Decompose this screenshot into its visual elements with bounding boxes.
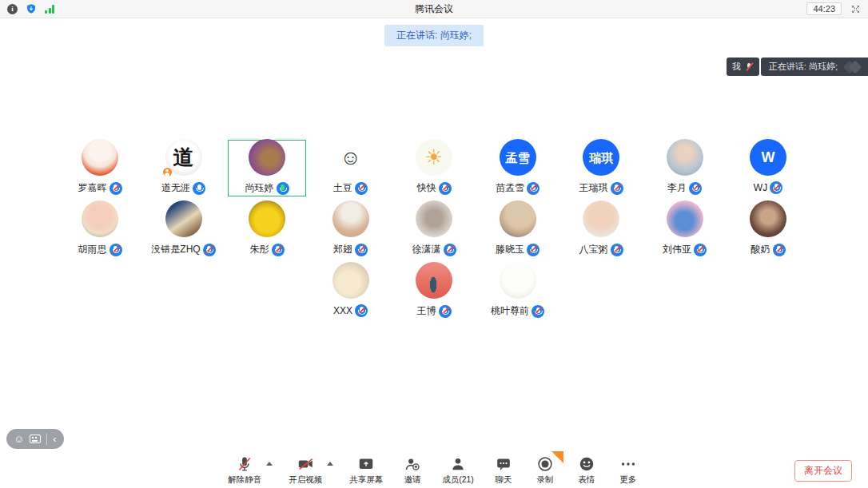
participant-name: 朱彤 — [250, 243, 269, 256]
participant-cell[interactable]: 桃叶尊前 — [476, 260, 559, 322]
chat-toolbar-icon — [495, 455, 512, 473]
participant-name: 桃叶尊前 — [491, 304, 529, 318]
leave-meeting-button[interactable]: 离开会议 — [794, 460, 852, 482]
mic-status-icon — [773, 244, 786, 256]
participant-row: XXX 王博 — [0, 260, 868, 322]
avatar-text: ☺ — [340, 147, 361, 168]
participant-cell[interactable]: 滕晓玉 — [476, 199, 559, 260]
fullscreen-icon[interactable] — [850, 4, 861, 14]
meeting-window: 腾讯会议 i 44:23 正在讲话: 尚珏婷; 我 — [0, 0, 868, 488]
reactions-button[interactable]: 表情 — [575, 455, 599, 486]
participant-name: 李月 — [667, 181, 687, 195]
mic-status-icon — [611, 244, 623, 256]
mic-status-icon — [532, 305, 544, 318]
participant-cell[interactable]: 刘伟亚 — [643, 199, 727, 260]
speaker-overlay: 我 正在讲话: 尚珏婷; — [727, 58, 868, 76]
share-screen-toolbar-icon — [357, 455, 375, 473]
share-screen-button[interactable]: 共享屏幕 — [349, 455, 383, 486]
host-badge-icon — [163, 168, 172, 177]
participant-cell[interactable]: 徐潇潇 — [392, 199, 476, 260]
mic-status-icon — [439, 305, 452, 318]
participant-cell[interactable]: ☀ 快快 — [392, 137, 476, 199]
participant-name: 八宝粥 — [579, 243, 608, 256]
participant-cell[interactable]: 八宝粥 — [559, 199, 643, 260]
participant-cell[interactable]: 李月 — [643, 137, 727, 199]
video-options-chevron[interactable] — [327, 462, 333, 466]
participant-name: 罗嘉晖 — [78, 181, 107, 195]
participant-cell[interactable]: ☺ 土豆 — [309, 137, 392, 199]
mic-status-icon — [527, 244, 540, 256]
participant-grid: 罗嘉晖 道 道无涯 — [0, 137, 868, 322]
participant-avatar — [332, 262, 369, 299]
overlay-me-label: 我 — [732, 61, 741, 73]
mic-status-icon — [203, 244, 216, 256]
mic-status-icon — [444, 244, 456, 256]
participant-avatar — [416, 262, 452, 299]
participant-cell[interactable]: 罗嘉晖 — [58, 137, 142, 199]
tool-label: 共享屏幕 — [349, 474, 383, 486]
emoji-icon[interactable]: ☺ — [14, 434, 24, 444]
participant-cell[interactable]: 郑翅 — [309, 199, 392, 260]
members-button[interactable]: 成员(21) — [442, 455, 474, 486]
smiley-toolbar-icon — [578, 455, 595, 473]
participant-avatar — [500, 262, 536, 299]
more-button[interactable]: 更多 — [616, 455, 640, 486]
participant-avatar — [667, 139, 703, 176]
participant-name: 胡雨思 — [78, 243, 107, 256]
keyboard-icon[interactable] — [30, 434, 41, 443]
participant-cell[interactable]: 王博 — [392, 260, 476, 322]
participant-avatar: ☀ — [416, 139, 452, 176]
mic-status-icon — [689, 182, 702, 195]
members-toolbar-icon — [449, 455, 467, 473]
participant-name: 王瑞琪 — [579, 181, 608, 195]
record-promo-badge — [551, 451, 563, 463]
tool-label: 更多 — [619, 474, 636, 486]
participant-name: 郑翅 — [333, 243, 352, 256]
participant-name: 滕晓玉 — [496, 243, 524, 256]
mic-status-icon — [611, 182, 623, 195]
tool-label: 录制 — [536, 474, 553, 486]
participant-avatar — [82, 200, 118, 237]
invite-toolbar-icon — [404, 455, 421, 473]
participant-cell[interactable]: 没错是ZHQ — [141, 199, 225, 260]
start-video-button[interactable]: 开启视频 — [289, 455, 322, 486]
participant-cell[interactable]: W WJ — [727, 137, 810, 199]
security-shield-icon[interactable] — [26, 3, 37, 14]
participant-cell[interactable]: 尚珏婷 — [225, 137, 309, 199]
participant-cell[interactable]: XXX — [309, 260, 392, 322]
record-button[interactable]: 录制 — [533, 455, 557, 486]
participant-avatar — [82, 139, 118, 176]
participant-avatar — [500, 200, 536, 237]
participant-avatar — [750, 200, 786, 237]
participant-name: 尚珏婷 — [245, 181, 274, 195]
titlebar: 腾讯会议 i 44:23 — [0, 0, 868, 18]
tool-label: 成员(21) — [442, 474, 474, 486]
avatar-text: ☀ — [424, 147, 443, 168]
app-title: 腾讯会议 — [0, 2, 868, 16]
participant-name: 徐潇潇 — [412, 243, 441, 256]
tool-label: 开启视频 — [289, 474, 322, 486]
mic-status-icon — [272, 244, 285, 256]
more-dots-icon — [619, 455, 637, 473]
tool-label: 表情 — [578, 474, 595, 486]
unmute-button[interactable]: 解除静音 — [228, 455, 261, 486]
meeting-info-icon[interactable]: i — [7, 4, 18, 14]
invite-button[interactable]: 邀请 — [400, 455, 424, 486]
participant-cell[interactable]: 孟雪 苗孟雪 — [476, 137, 559, 199]
participant-cell[interactable]: 酸奶 — [727, 199, 810, 260]
participant-avatar — [249, 200, 285, 237]
participant-cell[interactable]: 朱彤 — [225, 199, 309, 260]
participant-cell[interactable]: 道 道无涯 — [141, 137, 225, 199]
network-signal-icon[interactable] — [45, 5, 54, 14]
overlay-avatars — [845, 62, 860, 72]
chat-button[interactable]: 聊天 — [492, 455, 516, 486]
participant-cell[interactable]: 瑞琪 王瑞琪 — [559, 137, 643, 199]
meeting-timer: 44:23 — [806, 2, 842, 15]
mic-status-icon — [355, 304, 368, 317]
participant-name: 刘伟亚 — [663, 243, 691, 256]
participant-cell[interactable]: 胡雨思 — [58, 199, 142, 260]
emoji-quickbar: ☺ ‹ — [6, 429, 64, 449]
collapse-chevron-icon[interactable]: ‹ — [53, 434, 56, 445]
mic-status-icon — [277, 182, 289, 195]
audio-options-chevron[interactable] — [266, 462, 273, 466]
